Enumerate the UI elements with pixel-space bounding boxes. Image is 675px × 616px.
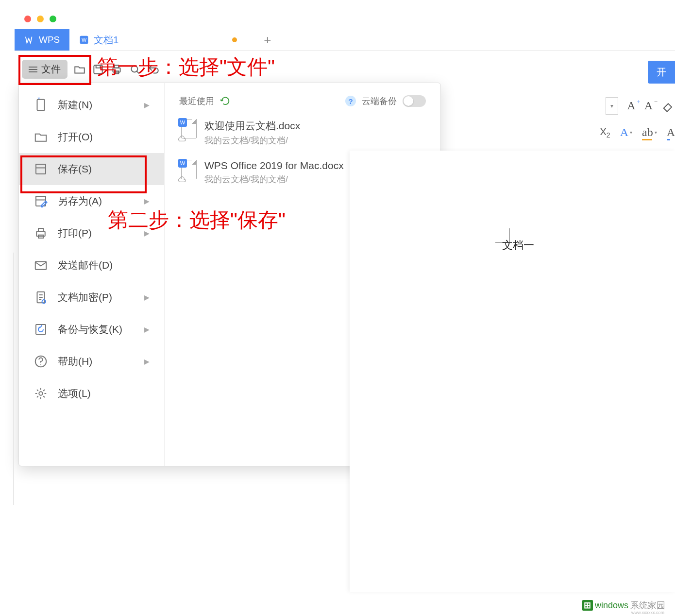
menu-item-label: 发送邮件(D)	[58, 258, 113, 272]
close-window-icon[interactable]	[24, 16, 31, 22]
chevron-right-icon: ▶	[144, 325, 150, 333]
tab-bar: WPS W 文档1 +	[15, 29, 675, 51]
chevron-right-icon: ▶	[144, 293, 150, 301]
clear-format-icon[interactable]	[661, 99, 675, 113]
watermark-logo-icon: ⊞	[582, 600, 593, 611]
menu-item-label: 打开(O)	[58, 130, 93, 144]
file-name: 欢迎使用云文档.docx	[204, 119, 300, 133]
chevron-right-icon: ▶	[144, 197, 150, 205]
tab-wps-home[interactable]: WPS	[15, 29, 69, 51]
decrease-font-button[interactable]: A−	[644, 99, 653, 112]
menu-item-encrypt[interactable]: 文档加密(P) ▶	[19, 281, 164, 313]
file-info: WPS Office 2019 for Mac.docx 我的云文档/我的文档/	[204, 160, 344, 185]
menu-item-help[interactable]: 帮助(H) ▶	[19, 345, 164, 377]
cloud-backup-toggle[interactable]	[403, 95, 426, 107]
menu-item-saveas[interactable]: 另存为(A) ▶	[19, 185, 164, 217]
svg-rect-2	[94, 65, 102, 73]
watermark-sub: www.xxxxxx.com	[631, 610, 664, 615]
open-folder-icon[interactable]	[73, 63, 86, 76]
svg-rect-8	[37, 100, 45, 111]
file-info: 欢迎使用云文档.docx 我的云文档/我的文档/	[204, 119, 300, 146]
menu-item-save[interactable]: 保存(S)	[19, 153, 164, 185]
quick-toolbar: 文件	[22, 58, 675, 80]
hamburger-icon	[29, 67, 37, 72]
file-menu-button[interactable]: 文件	[22, 60, 68, 79]
recent-label: 最近使用	[179, 95, 214, 107]
cloud-icon	[176, 136, 187, 142]
new-tab-button[interactable]: +	[254, 29, 281, 51]
folder-icon	[34, 130, 48, 144]
print-preview-icon[interactable]	[129, 63, 141, 76]
print-icon[interactable]	[110, 63, 123, 76]
watermark: ⊞ windows系统家园 www.xxxxxx.com	[582, 599, 665, 611]
word-doc-icon: W	[79, 35, 89, 45]
text-effects-controls: X2 A▾ ab▾ A	[600, 121, 675, 143]
svg-rect-19	[36, 325, 46, 334]
svg-rect-12	[36, 196, 46, 200]
window-controls	[24, 16, 56, 22]
svg-rect-3	[96, 65, 101, 68]
refresh-icon[interactable]	[220, 96, 231, 106]
recent-file-item[interactable]: W 欢迎使用云文档.docx 我的云文档/我的文档/	[179, 119, 426, 146]
document-canvas[interactable]	[350, 151, 675, 592]
menu-item-label: 保存(S)	[58, 162, 92, 176]
save-icon[interactable]	[92, 63, 104, 76]
watermark-brand: windows	[595, 600, 628, 611]
cloud-icon	[176, 176, 187, 183]
lock-doc-icon	[34, 290, 48, 305]
chevron-right-icon: ▶	[144, 358, 150, 365]
menu-item-label: 帮助(H)	[58, 355, 92, 368]
highlight-button[interactable]: ab▾	[642, 126, 657, 139]
font-color-button[interactable]: A	[667, 126, 675, 139]
mail-icon	[34, 258, 48, 273]
menu-item-sendmail[interactable]: 发送邮件(D)	[19, 249, 164, 281]
left-edge-line	[13, 253, 14, 505]
ribbon-start-button[interactable]: 开	[648, 61, 675, 84]
undo-icon[interactable]	[147, 63, 160, 76]
tab-document-label: 文档1	[94, 34, 118, 47]
menu-item-label: 备份与恢复(K)	[58, 323, 122, 336]
save-as-icon	[34, 194, 48, 208]
file-menu-list: 新建(N) ▶ 打开(O) 保存(S) 另存为(A) ▶ 打印(P) ▶ 发送邮…	[19, 83, 165, 466]
increase-font-button[interactable]: A+	[627, 99, 635, 112]
wps-logo-icon	[24, 34, 35, 45]
maximize-window-icon[interactable]	[50, 16, 56, 22]
gear-icon	[34, 386, 48, 401]
menu-item-open[interactable]: 打开(O)	[19, 121, 164, 153]
recent-header: 最近使用 ? 云端备份	[179, 95, 426, 107]
menu-item-print[interactable]: 打印(P) ▶	[19, 217, 164, 249]
menu-item-label: 选项(L)	[58, 387, 91, 400]
file-path: 我的云文档/我的文档/	[204, 135, 300, 146]
plus-icon: +	[264, 33, 271, 48]
menu-item-new[interactable]: 新建(N) ▶	[19, 89, 164, 121]
file-name: WPS Office 2019 for Mac.docx	[204, 160, 344, 171]
file-thumb-icon: W	[179, 119, 197, 140]
help-icon	[34, 354, 48, 369]
svg-rect-5	[115, 65, 119, 68]
watermark-suffix: 系统家园	[630, 599, 665, 611]
file-menu-label: 文件	[41, 63, 61, 76]
cloud-backup-label: 云端备份	[362, 95, 397, 107]
menu-item-backup[interactable]: 备份与恢复(K) ▶	[19, 313, 164, 345]
save-icon	[34, 162, 48, 176]
svg-rect-10	[36, 164, 46, 168]
file-path: 我的云文档/我的文档/	[204, 173, 344, 185]
svg-text:W: W	[82, 37, 87, 43]
chevron-right-icon: ▶	[144, 101, 150, 109]
new-file-icon	[34, 98, 48, 112]
file-thumb-icon: W	[179, 160, 197, 181]
tab-document[interactable]: W 文档1	[69, 29, 254, 51]
text-effects-button[interactable]: A▾	[620, 126, 632, 139]
tab-wps-label: WPS	[39, 34, 60, 45]
minimize-window-icon[interactable]	[37, 16, 44, 22]
menu-item-options[interactable]: 选项(L)	[19, 377, 164, 410]
menu-item-label: 新建(N)	[58, 98, 92, 112]
menu-item-label: 文档加密(P)	[58, 291, 112, 304]
menu-item-label: 打印(P)	[58, 226, 92, 240]
dropdown-arrow-icon[interactable]: ▾	[606, 97, 618, 115]
svg-rect-14	[38, 228, 43, 231]
font-size-controls: ▾ A+ A−	[606, 95, 675, 117]
help-badge-icon[interactable]: ?	[345, 96, 356, 106]
subscript-button[interactable]: X2	[600, 126, 610, 139]
svg-point-21	[39, 392, 43, 395]
